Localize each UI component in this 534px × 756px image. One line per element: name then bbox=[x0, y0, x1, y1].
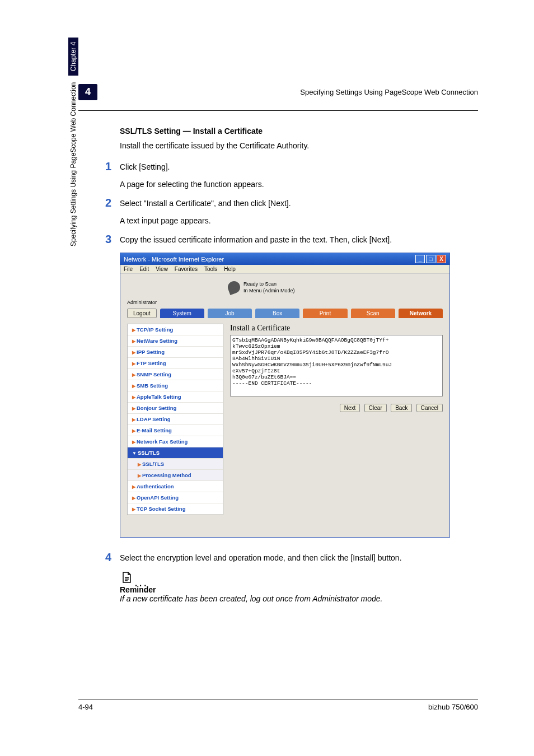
triangle-icon: ▶ bbox=[132, 395, 135, 400]
device-status: Ready to Scan In Menu (Admin Mode) bbox=[228, 281, 443, 294]
settings-sidebar: ▶TCP/IP Setting ▶NetWare Setting ▶IPP Se… bbox=[127, 324, 223, 515]
sidebar-item-label: OpenAPI Setting bbox=[137, 494, 179, 501]
step-3-number: 3 bbox=[105, 233, 120, 246]
ellipsis-icon: ... bbox=[134, 580, 148, 585]
step-1-text: Click [Setting]. bbox=[120, 160, 170, 173]
header-divider bbox=[78, 110, 478, 111]
sidebar-item-label: LDAP Setting bbox=[137, 416, 171, 422]
step-4-number: 4 bbox=[105, 551, 120, 564]
sidebar-item-label: NetWare Setting bbox=[137, 338, 177, 344]
sidebar-item-label: TCP Socket Setting bbox=[137, 506, 185, 512]
sidebar-item-label: AppleTalk Setting bbox=[137, 394, 181, 400]
maximize-icon[interactable]: □ bbox=[426, 255, 435, 263]
sidebar-item-netfax[interactable]: ▶Network Fax Setting bbox=[128, 436, 223, 447]
step-3-text: Copy the issued certificate information … bbox=[120, 233, 392, 246]
triangle-icon: ▶ bbox=[132, 496, 135, 501]
triangle-icon: ▶ bbox=[132, 339, 135, 344]
tab-scan[interactable]: Scan bbox=[351, 309, 395, 318]
tab-print[interactable]: Print bbox=[303, 309, 347, 318]
sidebar-item-openapi[interactable]: ▶OpenAPI Setting bbox=[128, 492, 223, 503]
sidebar-item-processing[interactable]: ▶Processing Method bbox=[128, 470, 223, 481]
back-button[interactable]: Back bbox=[391, 404, 412, 412]
browser-menubar: File Edit View Favorites Tools Help bbox=[120, 265, 449, 274]
clear-button[interactable]: Clear bbox=[364, 404, 387, 412]
side-label-chapter: Chapter 4 bbox=[68, 38, 78, 76]
panel-title: Install a Certificate bbox=[230, 324, 443, 333]
step-1-sub: A page for selecting the function appear… bbox=[120, 180, 478, 189]
sidebar-item-label: SSL/TLS bbox=[138, 450, 160, 456]
sidebar-item-ftp[interactable]: ▶FTP Setting bbox=[128, 358, 223, 369]
side-label-text: Specifying Settings Using PageScope Web … bbox=[69, 82, 77, 246]
sidebar-item-snmp[interactable]: ▶SNMP Setting bbox=[128, 369, 223, 380]
sidebar-item-label: Processing Method bbox=[142, 472, 191, 478]
sidebar-item-label: SNMP Setting bbox=[137, 371, 171, 377]
tab-box[interactable]: Box bbox=[255, 309, 299, 318]
sidebar-item-label: Bonjour Setting bbox=[137, 405, 176, 411]
step-1-number: 1 bbox=[105, 160, 120, 173]
sidebar-item-tcpsocket[interactable]: ▶TCP Socket Setting bbox=[128, 503, 223, 515]
next-button[interactable]: Next bbox=[340, 404, 360, 412]
sidebar-item-ssltls[interactable]: ▶SSL/TLS bbox=[128, 459, 223, 470]
sidebar-item-ldap[interactable]: ▶LDAP Setting bbox=[128, 414, 223, 425]
step-2-number: 2 bbox=[105, 197, 120, 209]
header-chapter-title: Specifying Settings Using PageScope Web … bbox=[300, 88, 478, 96]
chapter-badge: 4 bbox=[78, 84, 97, 100]
triangle-icon: ▶ bbox=[138, 473, 141, 478]
minimize-icon[interactable]: _ bbox=[415, 255, 425, 263]
cancel-button[interactable]: Cancel bbox=[416, 404, 443, 412]
triangle-icon: ▶ bbox=[132, 384, 135, 389]
step-4-text: Select the encryption level and operatio… bbox=[120, 551, 402, 564]
status-line2: In Menu (Admin Mode) bbox=[243, 287, 295, 294]
triangle-icon: ▶ bbox=[132, 484, 135, 489]
sidebar-item；-auth[interactable]: ▶Authentication bbox=[128, 481, 223, 492]
side-label: Specifying Settings Using PageScope Web … bbox=[68, 38, 78, 246]
reminder-title: Reminder bbox=[120, 585, 478, 594]
menu-edit[interactable]: Edit bbox=[139, 266, 149, 272]
triangle-icon: ▶ bbox=[132, 406, 135, 411]
sidebar-item-ssltls-group[interactable]: ▼SSL/TLS bbox=[128, 447, 223, 459]
section-intro: Install the certificate issued by the Ce… bbox=[120, 141, 478, 150]
tab-network[interactable]: Network bbox=[399, 309, 443, 318]
sidebar-item-label: TCP/IP Setting bbox=[137, 326, 173, 333]
certificate-textarea[interactable]: GTsb1qMBAAGgADANByKqhkiG9w0BAQQFAAOBgQC8… bbox=[230, 335, 443, 396]
menu-file[interactable]: File bbox=[124, 266, 133, 272]
browser-window: Network - Microsoft Internet Explorer _ … bbox=[120, 253, 450, 538]
sidebar-item-tcpip[interactable]: ▶TCP/IP Setting bbox=[128, 324, 223, 335]
window-title: Network - Microsoft Internet Explorer bbox=[124, 256, 224, 263]
triangle-icon: ▶ bbox=[132, 440, 135, 445]
sidebar-item-ipp[interactable]: ▶IPP Setting bbox=[128, 347, 223, 358]
page-number: 4-94 bbox=[78, 703, 93, 711]
logout-button[interactable]: Logout bbox=[127, 309, 157, 318]
sidebar-item-email[interactable]: ▶E-Mail Setting bbox=[128, 425, 223, 436]
tab-job[interactable]: Job bbox=[208, 309, 252, 318]
close-icon[interactable]: X bbox=[437, 255, 446, 263]
menu-help[interactable]: Help bbox=[224, 266, 236, 272]
sidebar-item-bonjour[interactable]: ▶Bonjour Setting bbox=[128, 403, 223, 414]
step-2-sub: A text input page appears. bbox=[120, 216, 478, 225]
triangle-icon: ▶ bbox=[132, 328, 135, 333]
device-logo-icon bbox=[226, 279, 242, 295]
footer-model: bizhub 750/600 bbox=[428, 703, 478, 711]
sidebar-item-label: FTP Setting bbox=[137, 360, 166, 366]
document-icon bbox=[120, 571, 133, 584]
menu-tools[interactable]: Tools bbox=[204, 266, 217, 272]
triangle-icon: ▶ bbox=[132, 372, 135, 377]
window-titlebar: Network - Microsoft Internet Explorer _ … bbox=[120, 253, 449, 265]
triangle-icon: ▶ bbox=[132, 507, 135, 512]
triangle-icon: ▶ bbox=[132, 428, 135, 433]
tab-system[interactable]: System bbox=[160, 309, 204, 318]
sidebar-item-appletalk[interactable]: ▶AppleTalk Setting bbox=[128, 391, 223, 403]
admin-label: Administrator bbox=[127, 300, 443, 305]
triangle-down-icon: ▼ bbox=[132, 451, 137, 456]
sidebar-item-label: Authentication bbox=[137, 483, 174, 489]
sidebar-item-netware[interactable]: ▶NetWare Setting bbox=[128, 335, 223, 347]
sidebar-item-smb[interactable]: ▶SMB Setting bbox=[128, 380, 223, 391]
sidebar-item-label: Network Fax Setting bbox=[137, 438, 188, 445]
sidebar-item-label: SSL/TLS bbox=[142, 461, 164, 467]
menu-view[interactable]: View bbox=[156, 266, 168, 272]
menu-favorites[interactable]: Favorites bbox=[175, 266, 198, 272]
triangle-icon: ▶ bbox=[132, 361, 135, 366]
sidebar-item-label: E-Mail Setting bbox=[137, 427, 172, 433]
reminder-text: If a new certificate has been created, l… bbox=[120, 594, 478, 603]
triangle-icon: ▶ bbox=[132, 417, 135, 422]
